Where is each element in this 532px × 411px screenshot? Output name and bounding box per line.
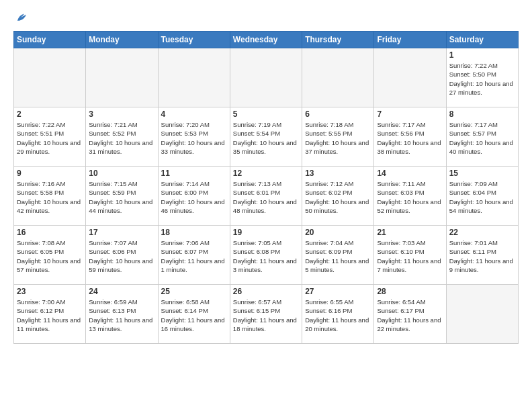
- day-info: Sunrise: 6:55 AMSunset: 6:16 PMDaylight:…: [305, 298, 371, 333]
- day-number: 16: [17, 228, 83, 237]
- day-number: 18: [161, 228, 227, 237]
- day-number: 19: [233, 228, 299, 237]
- day-number: 22: [449, 228, 515, 237]
- day-number: 27: [305, 287, 371, 296]
- day-info: Sunrise: 7:03 AMSunset: 6:10 PMDaylight:…: [377, 238, 443, 274]
- calendar-cell: 27Sunrise: 6:55 AMSunset: 6:16 PMDayligh…: [302, 285, 374, 344]
- day-number: 10: [89, 169, 154, 178]
- calendar-cell: 21Sunrise: 7:03 AMSunset: 6:10 PMDayligh…: [374, 226, 446, 285]
- weekday-header-sunday: Sunday: [14, 32, 86, 48]
- calendar-cell: 9Sunrise: 7:16 AMSunset: 5:58 PMDaylight…: [14, 167, 86, 226]
- calendar-header: SundayMondayTuesdayWednesdayThursdayFrid…: [14, 32, 519, 48]
- day-info: Sunrise: 7:17 AMSunset: 5:56 PMDaylight:…: [377, 120, 443, 156]
- calendar-cell: 16Sunrise: 7:08 AMSunset: 6:05 PMDayligh…: [14, 226, 86, 285]
- day-info: Sunrise: 7:06 AMSunset: 6:07 PMDaylight:…: [161, 238, 227, 274]
- day-info: Sunrise: 7:22 AMSunset: 5:51 PMDaylight:…: [17, 120, 83, 156]
- calendar-cell: 11Sunrise: 7:14 AMSunset: 6:00 PMDayligh…: [158, 167, 230, 226]
- day-number: 2: [17, 109, 83, 119]
- calendar-cell: 6Sunrise: 7:18 AMSunset: 5:55 PMDaylight…: [302, 107, 374, 167]
- calendar-cell: 3Sunrise: 7:21 AMSunset: 5:52 PMDaylight…: [86, 107, 158, 167]
- weekday-header-saturday: Saturday: [446, 32, 518, 48]
- calendar-cell: [230, 48, 302, 107]
- day-number: 13: [305, 169, 371, 178]
- weekday-header-wednesday: Wednesday: [230, 32, 302, 48]
- week-row-4: 16Sunrise: 7:08 AMSunset: 6:05 PMDayligh…: [14, 226, 519, 285]
- day-info: Sunrise: 7:15 AMSunset: 5:59 PMDaylight:…: [89, 179, 154, 215]
- calendar-cell: 4Sunrise: 7:20 AMSunset: 5:53 PMDaylight…: [158, 107, 230, 167]
- calendar-cell: 13Sunrise: 7:12 AMSunset: 6:02 PMDayligh…: [302, 167, 374, 226]
- day-info: Sunrise: 7:19 AMSunset: 5:54 PMDaylight:…: [233, 120, 299, 156]
- day-info: Sunrise: 6:58 AMSunset: 6:14 PMDaylight:…: [161, 298, 227, 333]
- day-number: 23: [17, 287, 83, 296]
- weekday-header-row: SundayMondayTuesdayWednesdayThursdayFrid…: [14, 32, 519, 48]
- weekday-header-monday: Monday: [86, 32, 158, 48]
- logo-bird-icon: [13, 11, 28, 26]
- calendar-cell: 19Sunrise: 7:05 AMSunset: 6:08 PMDayligh…: [230, 226, 302, 285]
- week-row-5: 23Sunrise: 7:00 AMSunset: 6:12 PMDayligh…: [14, 285, 519, 344]
- calendar-cell: 14Sunrise: 7:11 AMSunset: 6:03 PMDayligh…: [374, 167, 446, 226]
- calendar-cell: 5Sunrise: 7:19 AMSunset: 5:54 PMDaylight…: [230, 107, 302, 167]
- day-info: Sunrise: 6:59 AMSunset: 6:13 PMDaylight:…: [89, 298, 154, 333]
- calendar-cell: [302, 48, 374, 107]
- day-number: 4: [161, 109, 227, 119]
- calendar-cell: [446, 285, 518, 344]
- day-number: 15: [449, 169, 515, 178]
- day-info: Sunrise: 7:00 AMSunset: 6:12 PMDaylight:…: [17, 298, 83, 333]
- calendar-cell: 23Sunrise: 7:00 AMSunset: 6:12 PMDayligh…: [14, 285, 86, 344]
- calendar-cell: [158, 48, 230, 107]
- day-number: 12: [233, 169, 299, 178]
- day-info: Sunrise: 6:57 AMSunset: 6:15 PMDaylight:…: [233, 298, 299, 333]
- day-number: 24: [89, 287, 154, 296]
- day-number: 20: [305, 228, 371, 237]
- day-number: 6: [305, 109, 371, 119]
- day-number: 5: [233, 109, 299, 119]
- calendar-cell: [14, 48, 86, 107]
- day-info: Sunrise: 7:17 AMSunset: 5:57 PMDaylight:…: [449, 120, 515, 156]
- header: [13, 11, 519, 26]
- calendar-cell: 28Sunrise: 6:54 AMSunset: 6:17 PMDayligh…: [374, 285, 446, 344]
- day-info: Sunrise: 7:01 AMSunset: 6:11 PMDaylight:…: [449, 238, 515, 274]
- calendar-cell: 20Sunrise: 7:04 AMSunset: 6:09 PMDayligh…: [302, 226, 374, 285]
- day-info: Sunrise: 7:05 AMSunset: 6:08 PMDaylight:…: [233, 238, 299, 274]
- day-info: Sunrise: 7:07 AMSunset: 6:06 PMDaylight:…: [89, 238, 154, 274]
- calendar-cell: 1Sunrise: 7:22 AMSunset: 5:50 PMDaylight…: [446, 48, 518, 107]
- day-info: Sunrise: 7:21 AMSunset: 5:52 PMDaylight:…: [89, 120, 154, 156]
- day-info: Sunrise: 7:13 AMSunset: 6:01 PMDaylight:…: [233, 179, 299, 215]
- day-number: 1: [449, 50, 515, 60]
- calendar-cell: 7Sunrise: 7:17 AMSunset: 5:56 PMDaylight…: [374, 107, 446, 167]
- day-number: 26: [233, 287, 299, 296]
- day-number: 25: [161, 287, 227, 296]
- day-info: Sunrise: 7:09 AMSunset: 6:04 PMDaylight:…: [449, 179, 515, 215]
- calendar-cell: 8Sunrise: 7:17 AMSunset: 5:57 PMDaylight…: [446, 107, 518, 167]
- day-info: Sunrise: 7:18 AMSunset: 5:55 PMDaylight:…: [305, 120, 371, 156]
- calendar-cell: 24Sunrise: 6:59 AMSunset: 6:13 PMDayligh…: [86, 285, 158, 344]
- calendar-cell: 25Sunrise: 6:58 AMSunset: 6:14 PMDayligh…: [158, 285, 230, 344]
- day-info: Sunrise: 6:54 AMSunset: 6:17 PMDaylight:…: [377, 298, 443, 333]
- week-row-1: 1Sunrise: 7:22 AMSunset: 5:50 PMDaylight…: [14, 48, 519, 107]
- day-number: 14: [377, 169, 443, 178]
- day-number: 8: [449, 109, 515, 119]
- day-number: 17: [89, 228, 154, 237]
- day-info: Sunrise: 7:12 AMSunset: 6:02 PMDaylight:…: [305, 179, 371, 215]
- calendar-cell: [86, 48, 158, 107]
- calendar-cell: 10Sunrise: 7:15 AMSunset: 5:59 PMDayligh…: [86, 167, 158, 226]
- weekday-header-friday: Friday: [374, 32, 446, 48]
- calendar-body: 1Sunrise: 7:22 AMSunset: 5:50 PMDaylight…: [14, 48, 519, 344]
- day-info: Sunrise: 7:14 AMSunset: 6:00 PMDaylight:…: [161, 179, 227, 215]
- calendar-cell: 18Sunrise: 7:06 AMSunset: 6:07 PMDayligh…: [158, 226, 230, 285]
- weekday-header-tuesday: Tuesday: [158, 32, 230, 48]
- logo: [13, 11, 31, 26]
- calendar-cell: 12Sunrise: 7:13 AMSunset: 6:01 PMDayligh…: [230, 167, 302, 226]
- calendar-cell: 26Sunrise: 6:57 AMSunset: 6:15 PMDayligh…: [230, 285, 302, 344]
- day-number: 28: [377, 287, 443, 296]
- day-number: 7: [377, 109, 443, 119]
- week-row-3: 9Sunrise: 7:16 AMSunset: 5:58 PMDaylight…: [14, 167, 519, 226]
- week-row-2: 2Sunrise: 7:22 AMSunset: 5:51 PMDaylight…: [14, 107, 519, 167]
- day-info: Sunrise: 7:11 AMSunset: 6:03 PMDaylight:…: [377, 179, 443, 215]
- day-info: Sunrise: 7:20 AMSunset: 5:53 PMDaylight:…: [161, 120, 227, 156]
- calendar-cell: 22Sunrise: 7:01 AMSunset: 6:11 PMDayligh…: [446, 226, 518, 285]
- calendar-table: SundayMondayTuesdayWednesdayThursdayFrid…: [13, 31, 519, 344]
- day-info: Sunrise: 7:22 AMSunset: 5:50 PMDaylight:…: [449, 61, 515, 97]
- day-info: Sunrise: 7:04 AMSunset: 6:09 PMDaylight:…: [305, 238, 371, 274]
- page: SundayMondayTuesdayWednesdayThursdayFrid…: [0, 0, 532, 411]
